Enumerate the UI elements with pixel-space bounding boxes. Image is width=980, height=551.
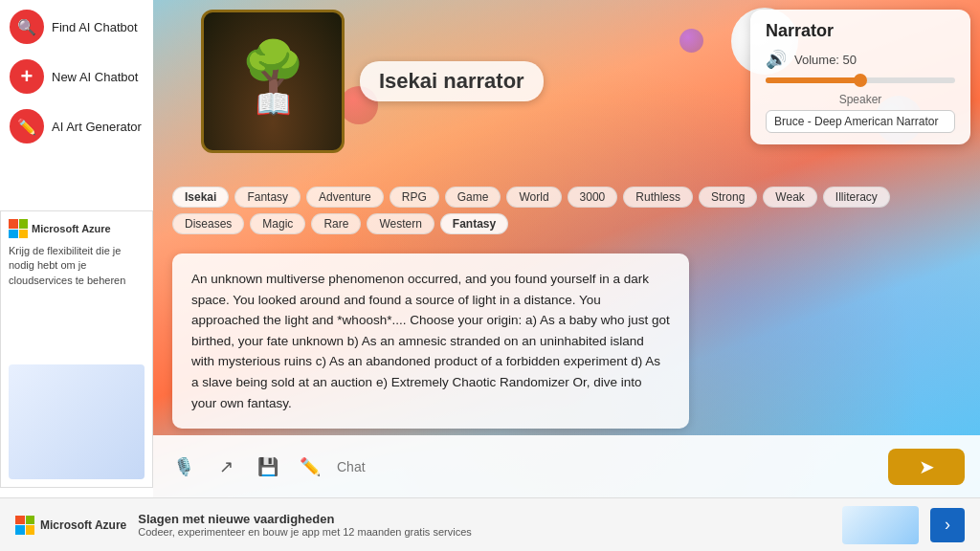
volume-row: 🔊 Volume: 50 [766,49,955,70]
sidebar-item-find-chatbot[interactable]: 🔍 Find AI Chatbot [10,10,144,44]
bottom-ad-logo-wrap: Microsoft Azure [15,516,126,535]
tag-adventure[interactable]: Adventure [306,187,384,208]
tag-rpg[interactable]: RPG [390,187,439,208]
ad-brand: Microsoft Azure [32,223,111,234]
story-text: An unknown multiverse phenomenon occurre… [191,269,670,413]
tag-ruthless[interactable]: Ruthless [623,187,693,208]
orb-decoration-2 [679,29,703,53]
plus-icon: + [10,59,44,94]
microsoft-logo [9,219,28,238]
save-button[interactable]: 💾 [253,452,283,482]
sidebar-item-new-label: New AI Chatbot [52,70,138,84]
volume-icon: 🔊 [766,49,787,70]
narrator-card: Narrator 🔊 Volume: 50 Speaker Bruce - De… [750,10,970,144]
chevron-right-icon: › [945,515,950,535]
speaker-label: Speaker [766,93,955,106]
edit-button[interactable]: ✏️ [295,452,325,482]
tag-strong[interactable]: Strong [699,187,757,208]
sidebar-item-art-label: AI Art Generator [52,120,142,134]
tag-world[interactable]: World [506,187,561,208]
mic-icon: 🎙️ [173,456,194,477]
sidebar-item-find-label: Find AI Chatbot [52,20,138,34]
mic-button[interactable]: 🎙️ [168,452,199,482]
share-button[interactable]: ↗ [211,452,241,482]
save-icon: 💾 [257,456,278,477]
bottom-ad-cta-button[interactable]: › [930,508,965,542]
speaker-select[interactable]: Bruce - Deep American NarratorJohn - Ame… [766,110,955,133]
sidebar-ad: Microsoft Azure Krijg de flexibiliteit d… [0,210,153,488]
edit-icon: ✏️ [10,109,44,143]
ad-image [9,364,145,479]
ad-header: Microsoft Azure [9,219,145,238]
bottom-toolbar: 🎙️ ↗ 💾 ✏️ ➤ [153,435,980,497]
tag-illiteracy[interactable]: Illiteracy [823,187,890,208]
tag-isekai[interactable]: Isekai [172,187,229,208]
tag-game[interactable]: Game [445,187,501,208]
send-button[interactable]: ➤ [888,449,965,485]
bottom-ad-text-block: Slagen met nieuwe vaardigheden Codeer, e… [138,512,831,538]
bottom-ad-title: Slagen met nieuwe vaardigheden [138,512,831,526]
bottom-ad-brand: Microsoft Azure [40,518,126,532]
tag-rare[interactable]: Rare [311,213,361,234]
tag-fantasy[interactable]: Fantasy [440,213,508,234]
volume-thumb[interactable] [854,74,867,87]
book-icon: 📖 [256,87,291,121]
share-icon: ↗ [219,456,234,477]
sidebar-item-new-chatbot[interactable]: + New AI Chatbot [10,59,144,94]
main-area: 🌳 📖 Isekai narrator Narrator 🔊 Volume: 5… [153,0,980,497]
volume-value: 50 [843,53,857,67]
bottom-ms-logo [15,516,34,535]
send-icon: ➤ [919,455,935,478]
volume-fill [766,77,860,83]
narrator-heading: Narrator [766,21,955,41]
bottom-ad-image [842,506,919,544]
chat-input[interactable] [337,459,877,474]
story-text-box: An unknown multiverse phenomenon occurre… [172,253,689,429]
tag-fantasy[interactable]: Fantasy [234,187,301,208]
book-cover-image: 🌳 📖 [201,10,345,153]
volume-text: Volume: 50 [794,53,857,67]
tag-weak[interactable]: Weak [763,187,816,208]
chatbot-title-badge: Isekai narrator [360,61,544,101]
ad-text: Krijg de flexibiliteit die je nodig hebt… [9,244,145,288]
bottom-ad-banner: Microsoft Azure Slagen met nieuwe vaardi… [0,497,980,551]
tags-row: IsekaiFantasyAdventureRPGGameWorld3000Ru… [172,187,957,234]
search-icon: 🔍 [10,10,44,44]
sidebar-item-art-generator[interactable]: ✏️ AI Art Generator [10,109,144,143]
tag-3000[interactable]: 3000 [568,187,618,208]
tag-diseases[interactable]: Diseases [172,213,244,234]
tag-magic[interactable]: Magic [250,213,305,234]
volume-slider[interactable] [766,77,955,83]
tag-western[interactable]: Western [367,213,434,234]
edit-icon: ✏️ [300,456,321,477]
header-card: 🌳 📖 Isekai narrator [201,10,544,153]
volume-label-text: Volume: [794,53,843,67]
bottom-ad-subtitle: Codeer, experimenteer en bouw je app met… [138,526,831,538]
